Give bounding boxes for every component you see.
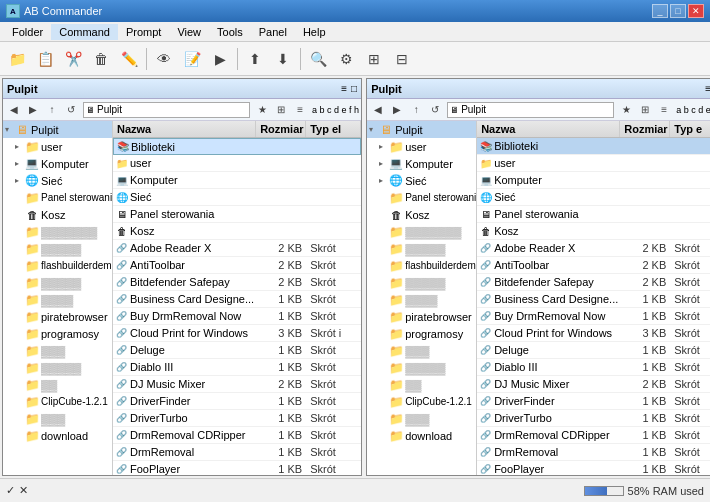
list-item[interactable]: 📁 user [477, 155, 710, 172]
tree-item[interactable]: 📁 ▓▓▓▓▓ [367, 359, 476, 376]
tree-item[interactable]: 📁 download [367, 427, 476, 444]
list-item[interactable]: 🔗 FooPlayer 1 KB Skrót [113, 461, 361, 475]
tree-item[interactable]: 📁 piratebrowser [367, 308, 476, 325]
tree-item[interactable]: 📁 ▓▓▓▓▓ [367, 274, 476, 291]
tree-item[interactable]: ▸ 📁 user [367, 138, 476, 155]
copy-button[interactable]: 📋 [32, 46, 58, 72]
list-item[interactable]: 🔗 DriverFinder 1 KB Skrót [477, 393, 710, 410]
tree-item[interactable]: 📁 piratebrowser [3, 308, 112, 325]
list-item[interactable]: 🖥 Panel sterowania [113, 206, 361, 223]
filter-button[interactable]: ⚙ [333, 46, 359, 72]
tree-item[interactable]: 📁 programosy [3, 325, 112, 342]
left-back-button[interactable]: ◀ [5, 101, 23, 119]
right-view1-button[interactable]: ⊞ [636, 101, 654, 119]
list-item[interactable]: 🔗 Adobe Reader X 2 KB Skrót [477, 240, 710, 257]
list-item[interactable]: 🔗 DJ Music Mixer 2 KB Skrót [477, 376, 710, 393]
list-item[interactable]: 🌐 Sieć [113, 189, 361, 206]
right-file-list[interactable]: Nazwa Rozmiar Typ e 📚 Biblioteki 📁 user … [477, 121, 710, 475]
left-forward-button[interactable]: ▶ [24, 101, 42, 119]
menu-help[interactable]: Help [295, 24, 334, 40]
list-item[interactable]: 🔗 DJ Music Mixer 2 KB Skrót [113, 376, 361, 393]
right-refresh-button[interactable]: ↺ [426, 101, 444, 119]
list-item[interactable]: 🗑 Kosz [113, 223, 361, 240]
menu-tools[interactable]: Tools [209, 24, 251, 40]
layout-button[interactable]: ⊞ [361, 46, 387, 72]
edit-button[interactable]: 📝 [179, 46, 205, 72]
rename-button[interactable]: ✏️ [116, 46, 142, 72]
list-item[interactable]: 🔗 Deluge 1 KB Skrót [113, 342, 361, 359]
list-item[interactable]: 🔗 DriverTurbo 1 KB Skrót [477, 410, 710, 427]
tree-item[interactable]: 📁 Panel sterowania [367, 189, 476, 206]
tree-item[interactable]: ▸ 🌐 Sieć [3, 172, 112, 189]
tree-item[interactable]: ▸ 💻 Komputer [3, 155, 112, 172]
left-panel-close[interactable]: □ [351, 83, 357, 94]
left-file-list[interactable]: Nazwa Rozmiar Typ el 📚 Biblioteki 📁 user… [113, 121, 361, 475]
list-item[interactable]: 🔗 FooPlayer 1 KB Skrót [477, 461, 710, 475]
menu-panel[interactable]: Panel [251, 24, 295, 40]
list-item[interactable]: 🔗 Bitdefender Safepay 2 KB Skrót [477, 274, 710, 291]
list-item[interactable]: 🗑 Kosz [477, 223, 710, 240]
right-up-button[interactable]: ↑ [407, 101, 425, 119]
left-path-bar[interactable]: 🖥 Pulpit [83, 102, 250, 118]
tree-item[interactable]: ▸ 📁 user [3, 138, 112, 155]
tree-item[interactable]: ▾ 🖥 Pulpit [367, 121, 476, 138]
download-button[interactable]: ⬇ [270, 46, 296, 72]
tree-item[interactable]: 📁 ClipCube-1.2.1 [3, 393, 112, 410]
list-item[interactable]: 💻 Komputer [113, 172, 361, 189]
left-panel-pin[interactable]: ≡ [341, 83, 347, 94]
tree-item[interactable]: 🗑 Kosz [3, 206, 112, 223]
tree-item[interactable]: 📁 ▓▓▓ [3, 410, 112, 427]
tree-item[interactable]: 📁 ▓▓▓▓ [367, 291, 476, 308]
list-item[interactable]: 📁 user [113, 155, 361, 172]
tree-item[interactable]: 🗑 Kosz [367, 206, 476, 223]
list-item[interactable]: 🔗 Buy DrmRemoval Now 1 KB Skrót [113, 308, 361, 325]
list-item[interactable]: 🔗 DriverTurbo 1 KB Skrót [113, 410, 361, 427]
list-item[interactable]: 🔗 DrmRemoval 1 KB Skrót [477, 444, 710, 461]
tree-item[interactable]: ▾ 🖥 Pulpit [3, 121, 112, 138]
minimize-button[interactable]: _ [652, 4, 668, 18]
tree-item[interactable]: 📁 ▓▓▓ [3, 342, 112, 359]
tree-item[interactable]: 📁 Panel sterowania [3, 189, 112, 206]
tree-item[interactable]: ▸ 💻 Komputer [367, 155, 476, 172]
move-button[interactable]: ✂️ [60, 46, 86, 72]
list-item[interactable]: 🔗 DriverFinder 1 KB Skrót [113, 393, 361, 410]
list-item[interactable]: 🔗 Cloud Print for Windows 3 KB Skrót i [113, 325, 361, 342]
tree-item[interactable]: 📁 ▓▓▓▓▓▓▓ [3, 223, 112, 240]
tree-item[interactable]: 📁 ▓▓ [367, 376, 476, 393]
list-item[interactable]: 💻 Komputer [477, 172, 710, 189]
run-button[interactable]: ▶ [207, 46, 233, 72]
tree-item[interactable]: 📁 flashbuilderdem [3, 257, 112, 274]
list-item[interactable]: 🔗 Cloud Print for Windows 3 KB Skrót [477, 325, 710, 342]
list-item[interactable]: 🔗 AntiToolbar 2 KB Skrót [113, 257, 361, 274]
list-item[interactable]: 🔗 Adobe Reader X 2 KB Skrót [113, 240, 361, 257]
right-star-button[interactable]: ★ [617, 101, 635, 119]
list-item[interactable]: 🔗 AntiToolbar 2 KB Skrót [477, 257, 710, 274]
maximize-button[interactable]: □ [670, 4, 686, 18]
list-item[interactable]: 📚 Biblioteki [477, 138, 710, 155]
close-button[interactable]: ✕ [688, 4, 704, 18]
list-item[interactable]: 🔗 DrmRemoval 1 KB Skrót [113, 444, 361, 461]
upload-button[interactable]: ⬆ [242, 46, 268, 72]
right-path-bar[interactable]: 🖥 Pulpit [447, 102, 614, 118]
tree-item[interactable]: 📁 ▓▓▓▓ [3, 291, 112, 308]
list-item[interactable]: 🔗 DrmRemoval CDRipper 1 KB Skrót [113, 427, 361, 444]
list-item[interactable]: 🌐 Sieć [477, 189, 710, 206]
tree-item[interactable]: ▸ 🌐 Sieć [367, 172, 476, 189]
list-item[interactable]: 🔗 DrmRemoval CDRipper 1 KB Skrót [477, 427, 710, 444]
list-item[interactable]: 🔗 Deluge 1 KB Skrót [477, 342, 710, 359]
split-button[interactable]: ⊟ [389, 46, 415, 72]
right-panel-pin[interactable]: ≡ [705, 83, 710, 94]
tree-item[interactable]: 📁 ClipCube-1.2.1 [367, 393, 476, 410]
search-button[interactable]: 🔍 [305, 46, 331, 72]
left-view1-button[interactable]: ⊞ [272, 101, 290, 119]
left-star-button[interactable]: ★ [253, 101, 271, 119]
menu-view[interactable]: View [169, 24, 209, 40]
menu-command[interactable]: Command [51, 24, 118, 40]
list-item[interactable]: 📚 Biblioteki [113, 138, 361, 155]
left-tree[interactable]: ▾ 🖥 Pulpit ▸ 📁 user ▸ 💻 Komputer ▸ 🌐 [3, 121, 113, 475]
tree-item[interactable]: 📁 ▓▓▓▓▓▓▓ [367, 223, 476, 240]
tree-item[interactable]: 📁 ▓▓▓▓▓ [3, 359, 112, 376]
tree-item[interactable]: 📁 ▓▓▓ [367, 410, 476, 427]
list-item[interactable]: 🔗 Business Card Designe... 1 KB Skrót [477, 291, 710, 308]
left-refresh-button[interactable]: ↺ [62, 101, 80, 119]
